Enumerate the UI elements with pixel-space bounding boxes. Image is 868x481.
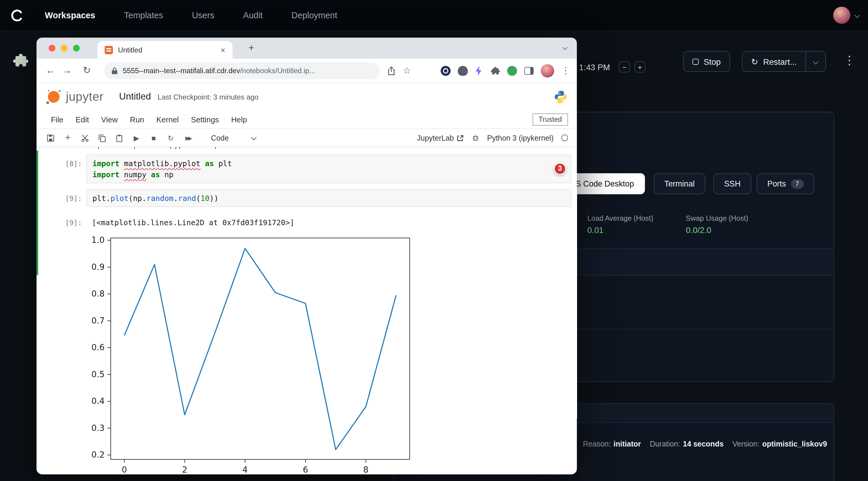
terminal-button[interactable]: Terminal bbox=[654, 173, 705, 194]
restart-options-button[interactable] bbox=[806, 51, 826, 72]
input-prompt: [8]: bbox=[37, 154, 86, 169]
svg-text:6: 6 bbox=[303, 465, 308, 474]
restart-kernel-button[interactable]: ↻ bbox=[162, 134, 179, 142]
run-cell-button[interactable]: ▶ bbox=[128, 134, 145, 142]
kernel-status-icon[interactable] bbox=[561, 135, 568, 141]
coder-logo[interactable] bbox=[10, 8, 24, 23]
open-in-jupyterlab-link[interactable]: JupyterLab bbox=[417, 134, 464, 142]
add-cell-button[interactable]: + bbox=[59, 132, 76, 143]
svg-text:0.4: 0.4 bbox=[91, 396, 105, 406]
dark-circle-extension-icon[interactable] bbox=[458, 66, 468, 75]
navbar-user-area bbox=[833, 7, 859, 24]
puzzle-extension-icon[interactable] bbox=[12, 52, 28, 71]
swap-usage-stat: Swap Usage (Host) 0.0/2.0 bbox=[686, 214, 748, 234]
cell-selection-bar bbox=[37, 151, 38, 275]
stop-icon bbox=[692, 59, 699, 64]
increase-autostop-button[interactable]: + bbox=[634, 62, 646, 72]
matplotlib-output: 0.20.30.40.50.60.70.80.91.002468 bbox=[74, 232, 577, 474]
window-close-button[interactable] bbox=[49, 45, 55, 52]
window-zoom-button[interactable] bbox=[73, 45, 80, 52]
cut-cell-button[interactable] bbox=[76, 134, 94, 142]
nav-users[interactable]: Users bbox=[192, 10, 214, 20]
build-meta-row: Reason: initiator Duration: 14 seconds V… bbox=[583, 440, 827, 448]
top-navbar: Workspaces Templates Users Audit Deploym… bbox=[0, 0, 868, 31]
stop-button-label: Stop bbox=[704, 57, 721, 66]
restart-workspace-button[interactable]: ↻ Restart... bbox=[742, 51, 806, 72]
paste-cell-button[interactable] bbox=[111, 134, 128, 142]
interrupt-kernel-button[interactable]: ■ bbox=[145, 134, 162, 142]
chevron-down-icon bbox=[251, 135, 257, 140]
ssh-button[interactable]: SSH bbox=[714, 173, 751, 194]
menu-file[interactable]: File bbox=[45, 115, 69, 124]
menu-settings[interactable]: Settings bbox=[185, 115, 225, 124]
share-icon[interactable] bbox=[388, 66, 395, 75]
decrease-autostop-button[interactable]: − bbox=[619, 62, 630, 72]
kernel-name[interactable]: Python 3 (ipykernel) bbox=[487, 134, 554, 142]
workspace-menu-button[interactable]: ⋮ bbox=[844, 54, 856, 67]
stop-workspace-button[interactable]: Stop bbox=[683, 51, 730, 72]
svg-text:4: 4 bbox=[242, 465, 248, 474]
tab-search-chevron[interactable] bbox=[562, 45, 567, 50]
output-prompt: [9]: bbox=[37, 214, 86, 228]
browser-tab[interactable]: Untitled × bbox=[97, 41, 232, 59]
build-reason: Reason: initiator bbox=[583, 440, 641, 448]
build-reason-value: initiator bbox=[614, 440, 641, 448]
python-logo bbox=[554, 90, 568, 104]
nav-deployment[interactable]: Deployment bbox=[291, 10, 337, 20]
svg-text:0.6: 0.6 bbox=[91, 343, 105, 352]
menu-run[interactable]: Run bbox=[124, 115, 150, 124]
external-link-icon bbox=[457, 134, 464, 141]
ssh-label: SSH bbox=[724, 179, 741, 188]
jupyter-wordmark: jupyter bbox=[66, 90, 104, 104]
autostop-time: 1:43 PM bbox=[579, 63, 610, 72]
code-cell-9: [9]: plt.plot(np.random.rand(10)) bbox=[37, 189, 577, 207]
menu-kernel[interactable]: Kernel bbox=[150, 115, 185, 124]
bookmark-star-icon[interactable]: ☆ bbox=[403, 66, 411, 75]
user-avatar[interactable] bbox=[833, 7, 850, 24]
copy-cell-button[interactable] bbox=[94, 134, 111, 142]
notebook-favicon bbox=[105, 45, 113, 54]
cell-type-dropdown[interactable]: Code bbox=[211, 134, 256, 142]
code-cell-8: [8]: import matplotlib.pyplot as plt imp… bbox=[37, 154, 577, 183]
load-average-label: Load Average (Host) bbox=[587, 214, 653, 223]
green-circle-extension-icon[interactable] bbox=[507, 66, 517, 75]
chevron-down-icon[interactable] bbox=[855, 12, 860, 18]
browser-profile-avatar[interactable] bbox=[541, 64, 554, 77]
browser-tab-strip: Untitled × + bbox=[37, 38, 577, 59]
build-duration-label: Duration: bbox=[650, 440, 680, 448]
restart-run-all-button[interactable]: ▶▶ bbox=[179, 135, 196, 141]
debugger-bug-icon[interactable] bbox=[471, 134, 479, 142]
menu-edit[interactable]: Edit bbox=[70, 115, 95, 124]
menu-view[interactable]: View bbox=[95, 115, 124, 124]
nav-workspaces[interactable]: Workspaces bbox=[45, 10, 95, 20]
reload-button[interactable]: ↻ bbox=[79, 65, 95, 76]
forward-button[interactable]: → bbox=[59, 65, 75, 76]
save-button[interactable] bbox=[42, 134, 59, 142]
password-manager-extension-icon[interactable] bbox=[441, 66, 451, 75]
trusted-button[interactable]: Trusted bbox=[533, 114, 568, 126]
restart-button-label: Restart... bbox=[763, 57, 797, 66]
back-button[interactable]: ← bbox=[42, 65, 59, 76]
vscode-desktop-label: VS Code Desktop bbox=[570, 179, 634, 188]
sidebar-toggle-icon[interactable] bbox=[524, 67, 534, 74]
menu-help[interactable]: Help bbox=[225, 115, 253, 124]
window-minimize-button[interactable] bbox=[61, 45, 67, 52]
close-tab-icon[interactable]: × bbox=[219, 45, 227, 54]
svg-text:2: 2 bbox=[182, 465, 187, 474]
code-editor-cell-8[interactable]: import matplotlib.pyplot as plt import n… bbox=[86, 154, 571, 183]
code-editor-cell-9[interactable]: plt.plot(np.random.rand(10)) bbox=[86, 189, 571, 207]
address-bar[interactable]: 5555--main--test--matifali.atif.cdr.dev/… bbox=[104, 62, 380, 79]
nav-audit[interactable]: Audit bbox=[243, 10, 263, 20]
scrolled-cell-fragment: import matplotlib.pyplot as plt bbox=[89, 147, 228, 150]
notebook-title[interactable]: Untitled bbox=[119, 92, 151, 102]
lightning-bolt-extension-icon[interactable] bbox=[475, 66, 483, 75]
browser-menu-kebab-icon[interactable]: ⋮ bbox=[561, 66, 570, 75]
matplotlib-figure: 0.20.30.40.50.60.70.80.91.002468 bbox=[74, 232, 412, 474]
nav-templates[interactable]: Templates bbox=[124, 10, 163, 20]
jupyter-logo[interactable]: jupyter bbox=[45, 89, 103, 105]
ports-button[interactable]: Ports 7 bbox=[757, 173, 814, 194]
svg-text:0.7: 0.7 bbox=[91, 316, 105, 326]
puzzle-extensions-icon[interactable] bbox=[490, 66, 500, 75]
new-tab-button[interactable]: + bbox=[245, 42, 258, 55]
chevron-down-icon bbox=[813, 59, 818, 64]
